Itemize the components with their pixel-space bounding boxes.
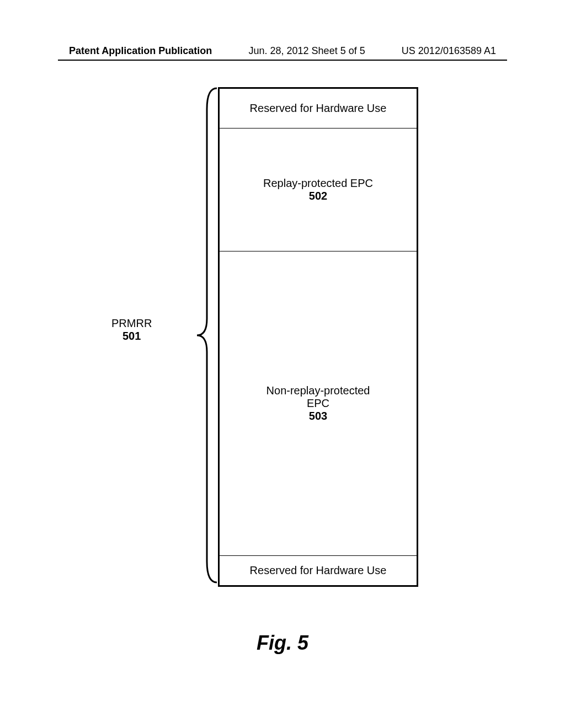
region-hw-bottom: Reserved for Hardware Use bbox=[220, 556, 417, 585]
prmrr-label: PRMRR 501 bbox=[111, 317, 152, 342]
prmrr-label-ref: 501 bbox=[111, 330, 152, 342]
memory-block: Reserved for Hardware Use Replay-protect… bbox=[218, 87, 418, 587]
region-nonreplay-line2: EPC bbox=[307, 397, 329, 410]
region-nonreplay-ref: 503 bbox=[309, 410, 327, 422]
figure-caption: Fig. 5 bbox=[0, 631, 565, 655]
header-date-sheet: Jun. 28, 2012 Sheet 5 of 5 bbox=[249, 45, 365, 57]
header-pub-number: US 2012/0163589 A1 bbox=[402, 45, 496, 57]
memory-diagram: Reserved for Hardware Use Replay-protect… bbox=[218, 87, 418, 587]
region-replay-name: Replay-protected EPC bbox=[263, 177, 373, 190]
region-nonreplay-line1: Non-replay-protected bbox=[266, 384, 370, 397]
region-nonreplay-epc: Non-replay-protected EPC 503 bbox=[220, 251, 417, 556]
page-header: Patent Application Publication Jun. 28, … bbox=[0, 45, 565, 57]
region-hw-bottom-label: Reserved for Hardware Use bbox=[250, 564, 387, 577]
region-replay-epc: Replay-protected EPC 502 bbox=[220, 129, 417, 251]
header-divider bbox=[58, 60, 507, 61]
region-hw-top-label: Reserved for Hardware Use bbox=[250, 102, 387, 115]
brace-icon bbox=[196, 87, 218, 584]
region-hw-top: Reserved for Hardware Use bbox=[220, 89, 417, 129]
prmrr-label-name: PRMRR bbox=[111, 317, 152, 330]
region-replay-ref: 502 bbox=[309, 190, 327, 202]
header-pub-type: Patent Application Publication bbox=[69, 45, 212, 57]
